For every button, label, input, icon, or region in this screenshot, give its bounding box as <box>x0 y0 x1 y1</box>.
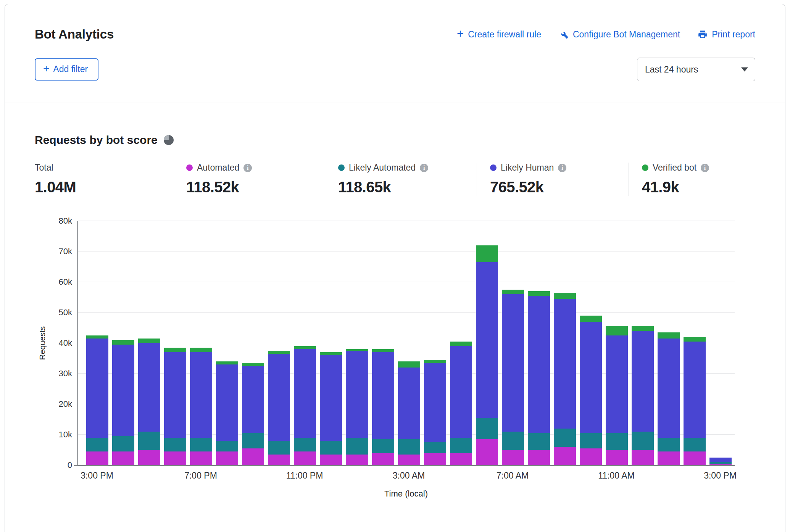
print-report-link[interactable]: Print report <box>698 29 755 40</box>
bar-segment-verified-bot[interactable] <box>476 245 498 262</box>
bar-segment-automated[interactable] <box>242 448 264 465</box>
bar-segment-verified-bot[interactable] <box>320 352 342 355</box>
info-icon[interactable]: i <box>701 164 709 172</box>
info-icon[interactable]: i <box>243 164 252 172</box>
bar-segment-verified-bot[interactable] <box>138 339 160 343</box>
bar-segment-automated[interactable] <box>450 453 472 465</box>
bar-segment-verified-bot[interactable] <box>528 291 550 296</box>
bar-segment-likely-automated[interactable] <box>138 432 160 450</box>
bar-segment-likely-human[interactable] <box>138 343 160 432</box>
bar-segment-likely-human[interactable] <box>346 351 368 438</box>
bar-segment-likely-human[interactable] <box>424 363 446 442</box>
stacked-bar[interactable] <box>554 221 576 465</box>
add-filter-button[interactable]: + Add filter <box>35 58 98 81</box>
bar-segment-likely-human[interactable] <box>86 339 108 438</box>
stacked-bar[interactable] <box>112 221 134 465</box>
bar-segment-likely-automated[interactable] <box>320 441 342 455</box>
stacked-bar[interactable] <box>709 221 732 465</box>
stacked-bar[interactable] <box>580 221 602 465</box>
bar-segment-verified-bot[interactable] <box>216 361 238 364</box>
bar-segment-likely-automated[interactable] <box>528 433 550 450</box>
bar-segment-automated[interactable] <box>502 450 524 465</box>
bar-segment-likely-automated[interactable] <box>450 438 472 453</box>
bar-segment-likely-human[interactable] <box>632 331 654 432</box>
stacked-bar[interactable] <box>242 221 264 465</box>
stacked-bar[interactable] <box>190 221 212 465</box>
bar-segment-likely-human[interactable] <box>320 355 342 441</box>
bar-segment-verified-bot[interactable] <box>424 360 446 363</box>
bar-segment-automated[interactable] <box>398 455 420 465</box>
bar-segment-automated[interactable] <box>216 451 238 465</box>
bar-segment-likely-human[interactable] <box>554 299 576 429</box>
bar-segment-likely-automated[interactable] <box>476 418 498 439</box>
stacked-bar[interactable] <box>632 221 654 465</box>
bar-segment-automated[interactable] <box>164 451 186 465</box>
bar-segment-verified-bot[interactable] <box>606 326 628 335</box>
bar-segment-likely-human[interactable] <box>528 296 550 433</box>
bar-segment-likely-automated[interactable] <box>372 439 394 453</box>
bar-segment-automated[interactable] <box>190 451 212 465</box>
bar-segment-automated[interactable] <box>554 447 576 465</box>
bar-segment-automated[interactable] <box>294 451 316 465</box>
bar-segment-automated[interactable] <box>476 439 498 465</box>
bar-segment-likely-human[interactable] <box>709 458 732 462</box>
stacked-bar[interactable] <box>658 221 680 465</box>
stacked-bar[interactable] <box>606 221 628 465</box>
stacked-bar[interactable] <box>268 221 290 465</box>
stacked-bar[interactable] <box>216 221 238 465</box>
bar-segment-likely-human[interactable] <box>502 294 524 432</box>
bar-segment-verified-bot[interactable] <box>684 337 706 342</box>
bar-segment-verified-bot[interactable] <box>242 363 264 366</box>
bar-segment-verified-bot[interactable] <box>294 346 316 349</box>
bar-segment-likely-human[interactable] <box>476 262 498 418</box>
bar-segment-automated[interactable] <box>580 448 602 465</box>
bar-segment-likely-human[interactable] <box>190 352 212 438</box>
bar-segment-verified-bot[interactable] <box>190 348 212 352</box>
bar-segment-likely-human[interactable] <box>658 339 680 438</box>
bar-segment-automated[interactable] <box>138 450 160 465</box>
create-firewall-rule-link[interactable]: + Create firewall rule <box>457 29 541 40</box>
bar-segment-likely-human[interactable] <box>606 335 628 433</box>
stacked-bar[interactable] <box>528 221 550 465</box>
bar-segment-automated[interactable] <box>606 450 628 465</box>
bar-segment-automated[interactable] <box>424 453 446 465</box>
stacked-bar[interactable] <box>476 221 498 465</box>
bar-segment-likely-automated[interactable] <box>658 438 680 451</box>
bar-segment-automated[interactable] <box>528 450 550 465</box>
bar-segment-verified-bot[interactable] <box>580 316 602 322</box>
bar-segment-verified-bot[interactable] <box>112 340 134 345</box>
stacked-bar[interactable] <box>372 221 394 465</box>
bar-segment-likely-human[interactable] <box>216 364 238 441</box>
bar-segment-likely-automated[interactable] <box>398 439 420 455</box>
bar-segment-likely-human[interactable] <box>450 346 472 438</box>
bar-segment-automated[interactable] <box>709 464 732 465</box>
bar-segment-automated[interactable] <box>320 455 342 465</box>
bar-segment-verified-bot[interactable] <box>86 335 108 339</box>
bar-segment-automated[interactable] <box>268 455 290 465</box>
bar-segment-verified-bot[interactable] <box>450 342 472 346</box>
bar-segment-likely-automated[interactable] <box>112 436 134 451</box>
bar-segment-automated[interactable] <box>684 451 706 465</box>
bar-segment-automated[interactable] <box>112 451 134 465</box>
bar-segment-verified-bot[interactable] <box>632 326 654 331</box>
bar-segment-likely-human[interactable] <box>580 322 602 433</box>
bar-segment-verified-bot[interactable] <box>502 290 524 294</box>
stacked-bar[interactable] <box>86 221 108 465</box>
bar-segment-automated[interactable] <box>632 450 654 465</box>
bar-segment-verified-bot[interactable] <box>658 332 680 339</box>
configure-bot-management-link[interactable]: Configure Bot Management <box>559 29 680 40</box>
info-icon[interactable]: i <box>420 164 428 172</box>
bar-segment-verified-bot[interactable] <box>554 293 576 299</box>
stacked-bar[interactable] <box>164 221 186 465</box>
bar-segment-likely-automated[interactable] <box>164 438 186 451</box>
bar-segment-likely-automated[interactable] <box>606 433 628 450</box>
stacked-bar[interactable] <box>398 221 420 465</box>
time-range-dropdown[interactable]: Last 24 hours <box>637 58 755 81</box>
bar-segment-automated[interactable] <box>658 451 680 465</box>
bar-segment-likely-automated[interactable] <box>216 441 238 451</box>
bar-segment-likely-human[interactable] <box>242 366 264 433</box>
stacked-bar[interactable] <box>320 221 342 465</box>
bar-segment-likely-human[interactable] <box>164 352 186 438</box>
bar-segment-likely-human[interactable] <box>398 368 420 439</box>
bar-segment-verified-bot[interactable] <box>372 349 394 352</box>
